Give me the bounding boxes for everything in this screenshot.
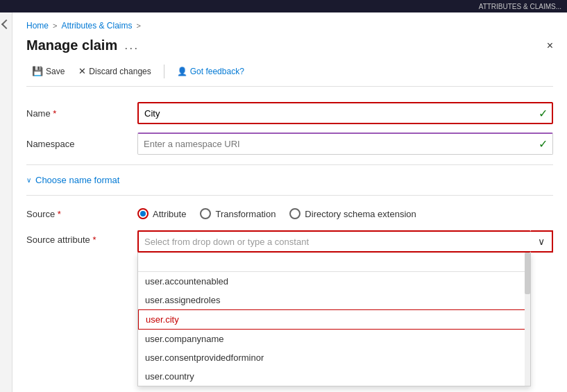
source-transformation-option[interactable]: Transformation bbox=[200, 208, 276, 219]
breadcrumb-home[interactable]: Home bbox=[26, 21, 49, 31]
source-attribute-option[interactable]: Attribute bbox=[137, 208, 186, 219]
feedback-button[interactable]: 👤 Got feedback? bbox=[171, 64, 250, 79]
breadcrumb-sep1: > bbox=[53, 22, 57, 30]
source-required: * bbox=[58, 209, 61, 219]
main-content: Home > Attributes & Claims > Manage clai… bbox=[12, 12, 567, 392]
attribute-option-label: Attribute bbox=[153, 209, 186, 219]
top-bar: ATTRIBUTES & CLAIMS... bbox=[0, 0, 567, 12]
attribute-radio-outer bbox=[137, 208, 149, 219]
name-row: Name * ✓ bbox=[26, 99, 553, 127]
list-item-city[interactable]: user.city bbox=[138, 309, 530, 330]
namespace-row: Namespace ✓ bbox=[26, 130, 553, 157]
dropdown-list-container: user.accountenabled user.assignedroles u… bbox=[137, 253, 531, 386]
breadcrumb-attributes[interactable]: Attributes & Claims bbox=[61, 21, 132, 31]
list-item[interactable]: user.accountenabled bbox=[138, 272, 530, 291]
sidebar bbox=[0, 12, 12, 392]
top-bar-text: ATTRIBUTES & CLAIMS... bbox=[479, 3, 561, 10]
page-title: Manage claim bbox=[26, 37, 117, 53]
sidebar-collapse-icon[interactable] bbox=[1, 19, 10, 29]
source-attr-row: Source attribute * Select from drop down… bbox=[26, 230, 553, 253]
form-section: Name * ✓ Namespace ✓ ∨ Choose name forma… bbox=[26, 99, 553, 255]
list-item[interactable]: user.country bbox=[138, 367, 530, 386]
feedback-label: Got feedback? bbox=[190, 67, 244, 76]
breadcrumb-sep2: > bbox=[136, 22, 140, 30]
discard-icon: ✕ bbox=[78, 66, 86, 76]
namespace-input[interactable] bbox=[137, 133, 553, 155]
dropdown-list: user.accountenabled user.assignedroles u… bbox=[138, 272, 530, 386]
name-format-label: Choose name format bbox=[35, 175, 119, 185]
source-attr-dropdown-container: Select from drop down or type a constant… bbox=[137, 230, 553, 253]
divider-2 bbox=[26, 195, 553, 196]
discard-button[interactable]: ✕ Discard changes bbox=[73, 63, 156, 79]
namespace-input-area: ✓ bbox=[137, 133, 553, 155]
page-title-area: Manage claim ... bbox=[26, 37, 139, 53]
source-row: Source * Attribute Transformation bbox=[26, 200, 553, 228]
more-options-btn[interactable]: ... bbox=[124, 38, 139, 53]
schema-radio-outer bbox=[289, 208, 301, 219]
list-item[interactable]: user.assignedroles bbox=[138, 291, 530, 309]
transformation-option-label: Transformation bbox=[215, 209, 276, 219]
scrollbar-track[interactable] bbox=[525, 253, 530, 386]
discard-label: Discard changes bbox=[89, 67, 151, 76]
choose-name-format-row[interactable]: ∨ Choose name format bbox=[26, 169, 553, 191]
source-label: Source * bbox=[26, 209, 137, 219]
scrollbar-thumb bbox=[525, 253, 530, 294]
save-button[interactable]: 💾 Save bbox=[26, 63, 70, 79]
name-input[interactable] bbox=[137, 102, 553, 124]
dropdown-wrapper: Select from drop down or type a constant… bbox=[137, 230, 553, 253]
list-item[interactable]: user.companyname bbox=[138, 330, 530, 348]
save-label: Save bbox=[46, 67, 65, 76]
divider-1 bbox=[26, 164, 553, 165]
feedback-icon: 👤 bbox=[177, 67, 187, 76]
name-label: Name * bbox=[26, 108, 137, 119]
name-required: * bbox=[53, 108, 56, 119]
namespace-check-icon: ✓ bbox=[539, 137, 548, 151]
breadcrumb: Home > Attributes & Claims > bbox=[26, 21, 553, 31]
close-button[interactable]: × bbox=[547, 40, 553, 52]
schema-option-label: Directory schema extension bbox=[305, 209, 416, 219]
source-attr-dropdown-header[interactable]: Select from drop down or type a constant bbox=[137, 230, 531, 253]
dropdown-search-input[interactable] bbox=[138, 253, 530, 272]
name-input-area: ✓ bbox=[137, 102, 553, 124]
page-header: Manage claim ... × bbox=[26, 37, 553, 53]
source-attr-required: * bbox=[92, 235, 96, 245]
attribute-radio-inner bbox=[140, 211, 146, 216]
name-check-icon: ✓ bbox=[539, 107, 548, 120]
list-item[interactable]: user.consentprovidedforminor bbox=[138, 348, 530, 367]
save-icon: 💾 bbox=[32, 66, 43, 76]
toolbar-divider bbox=[164, 65, 164, 78]
source-attr-label: Source attribute * bbox=[26, 230, 137, 245]
dropdown-chevron-icon: ∨ bbox=[538, 236, 545, 247]
name-format-chevron: ∨ bbox=[26, 176, 31, 184]
dropdown-arrow-button[interactable]: ∨ bbox=[531, 230, 553, 253]
source-radio-group: Attribute Transformation Directory schem… bbox=[137, 208, 416, 219]
dropdown-placeholder: Select from drop down or type a constant bbox=[144, 237, 525, 247]
toolbar: 💾 Save ✕ Discard changes 👤 Got feedback? bbox=[26, 63, 553, 87]
source-schema-option[interactable]: Directory schema extension bbox=[289, 208, 416, 219]
namespace-label: Namespace bbox=[26, 139, 137, 149]
transformation-radio-outer bbox=[200, 208, 211, 219]
